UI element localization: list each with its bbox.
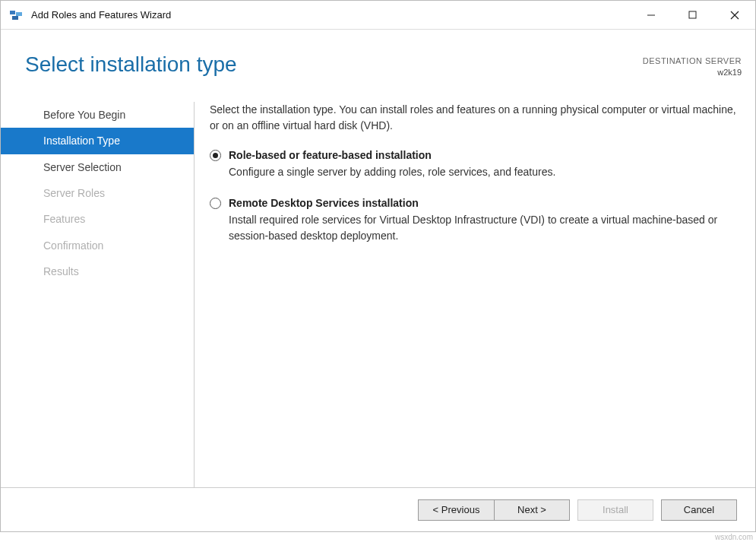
previous-button[interactable]: < Previous: [418, 499, 494, 521]
option-role-based[interactable]: Role-based or feature-based installation…: [210, 147, 737, 180]
maximize-button[interactable]: [672, 1, 713, 30]
nav-installation-type[interactable]: Installation Type: [1, 128, 194, 154]
option-texts: Remote Desktop Services installation Ins…: [229, 195, 737, 244]
destination-value: w2k19: [643, 67, 742, 78]
minimize-button[interactable]: [630, 1, 672, 30]
wizard-body: Select installation type DESTINATION SER…: [1, 30, 755, 531]
intro-text: Select the installation type. You can in…: [210, 102, 737, 134]
nav-button-pair: < Previous Next >: [418, 499, 570, 521]
nav-results: Results: [1, 258, 194, 284]
option-label: Role-based or feature-based installation: [229, 147, 737, 163]
radio-icon: [210, 198, 221, 209]
button-bar: < Previous Next > Install Cancel: [1, 487, 755, 531]
svg-rect-4: [689, 11, 696, 18]
content-row: Before You Begin Installation Type Serve…: [1, 94, 755, 487]
app-icon: [8, 8, 24, 23]
page-title: Select installation type: [25, 52, 643, 77]
installation-type-group: Role-based or feature-based installation…: [210, 147, 737, 244]
option-desc: Configure a single server by adding role…: [229, 164, 737, 180]
install-button: Install: [577, 499, 653, 521]
next-button[interactable]: Next >: [494, 499, 570, 521]
wizard-window: Add Roles and Features Wizard Select ins…: [0, 0, 756, 532]
nav-confirmation: Confirmation: [1, 233, 194, 258]
titlebar: Add Roles and Features Wizard: [1, 1, 755, 30]
radio-icon: [210, 150, 221, 161]
window-controls: [630, 1, 755, 30]
window-title: Add Roles and Features Wizard: [31, 9, 630, 21]
header-row: Select installation type DESTINATION SER…: [1, 30, 755, 94]
close-button[interactable]: [713, 1, 755, 30]
nav-sidebar: Before You Begin Installation Type Serve…: [1, 102, 194, 487]
nav-server-selection[interactable]: Server Selection: [1, 154, 194, 180]
cancel-button[interactable]: Cancel: [661, 499, 737, 521]
nav-before-you-begin[interactable]: Before You Begin: [1, 102, 194, 128]
svg-rect-2: [12, 16, 18, 20]
main-content: Select the installation type. You can in…: [210, 102, 742, 487]
destination-server: DESTINATION SERVER w2k19: [643, 52, 742, 79]
nav-features: Features: [1, 206, 194, 232]
option-texts: Role-based or feature-based installation…: [229, 147, 737, 180]
option-desc: Install required role services for Virtu…: [229, 212, 737, 244]
svg-rect-0: [10, 11, 15, 14]
watermark: wsxdn.com: [715, 533, 753, 541]
svg-rect-1: [16, 12, 22, 16]
option-label: Remote Desktop Services installation: [229, 195, 737, 211]
option-remote-desktop[interactable]: Remote Desktop Services installation Ins…: [210, 195, 737, 244]
vertical-divider: [194, 102, 195, 487]
destination-label: DESTINATION SERVER: [643, 55, 742, 67]
nav-server-roles: Server Roles: [1, 180, 194, 206]
